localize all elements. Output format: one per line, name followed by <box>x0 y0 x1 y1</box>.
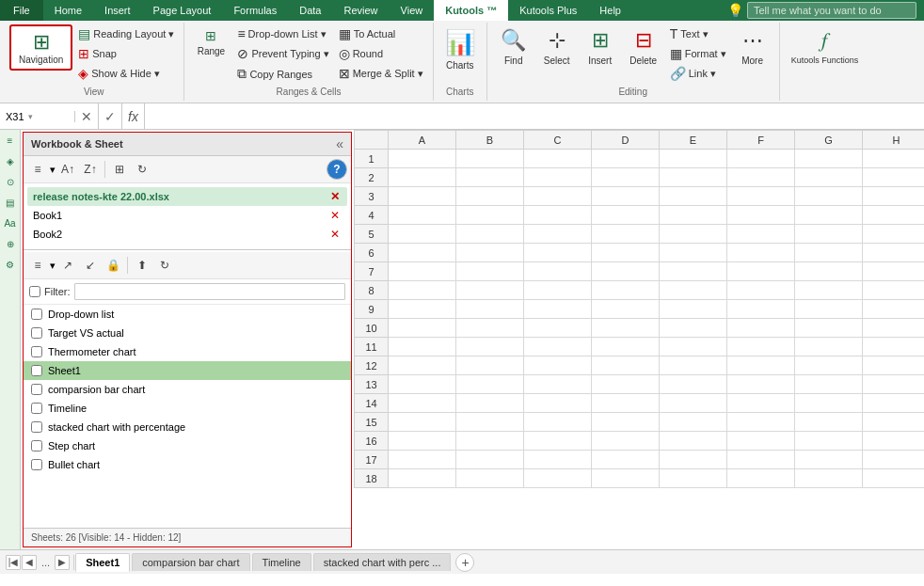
cell-12-0[interactable] <box>389 356 456 375</box>
sheet-tab-stacked[interactable]: stacked chart with perc ... <box>313 553 452 571</box>
cell-9-7[interactable] <box>863 300 925 319</box>
cell-18-2[interactable] <box>524 469 592 488</box>
text-btn[interactable]: T Text ▾ <box>666 24 730 43</box>
cell-1-2[interactable] <box>524 150 592 168</box>
left-icon-3[interactable]: ⊙ <box>2 173 19 190</box>
cell-14-6[interactable] <box>795 394 863 413</box>
cell-5-2[interactable] <box>524 225 592 244</box>
wb-menu-btn[interactable]: ≡ <box>27 159 48 180</box>
cell-3-2[interactable] <box>524 187 592 206</box>
left-icon-2[interactable]: ◈ <box>2 152 19 169</box>
cell-9-2[interactable] <box>524 300 592 319</box>
panel-close-btn[interactable]: « <box>336 136 343 151</box>
sheet-item-7[interactable]: Step chart <box>24 436 351 455</box>
cell-5-7[interactable] <box>863 225 925 244</box>
sheet-item-5[interactable]: Timeline <box>24 399 351 418</box>
sheet-item-2[interactable]: Thermometer chart <box>24 342 351 361</box>
cell-14-0[interactable] <box>389 394 456 413</box>
cell-2-1[interactable] <box>456 168 524 187</box>
cell-7-6[interactable] <box>795 262 863 281</box>
cell-1-4[interactable] <box>660 150 727 168</box>
cell-18-7[interactable] <box>863 469 925 488</box>
col-header-c[interactable]: C <box>524 131 592 150</box>
snap-btn[interactable]: ⊞ Snap <box>74 44 178 63</box>
cell-6-7[interactable] <box>863 244 925 262</box>
cell-8-2[interactable] <box>524 281 592 300</box>
cell-2-0[interactable] <box>389 168 456 187</box>
find-btn[interactable]: 🔍 Find <box>493 24 534 70</box>
cell-9-6[interactable] <box>795 300 863 319</box>
cell-5-5[interactable] <box>727 225 795 244</box>
cell-2-5[interactable] <box>727 168 795 187</box>
cell-18-6[interactable] <box>795 469 863 488</box>
cell-15-0[interactable] <box>389 413 456 432</box>
cell-12-6[interactable] <box>795 356 863 375</box>
cell-3-1[interactable] <box>456 187 524 206</box>
left-icon-5[interactable]: Aa <box>2 214 19 231</box>
cell-8-7[interactable] <box>863 281 925 300</box>
cell-4-0[interactable] <box>389 206 456 225</box>
cell-6-2[interactable] <box>524 244 592 262</box>
more-btn[interactable]: ⋯ More <box>732 24 773 70</box>
cell-1-5[interactable] <box>727 150 795 168</box>
col-header-a[interactable]: A <box>389 131 456 150</box>
cell-14-4[interactable] <box>660 394 727 413</box>
show-hide-btn[interactable]: ◈ Show & Hide ▾ <box>74 64 178 83</box>
cell-3-5[interactable] <box>727 187 795 206</box>
tab-formulas[interactable]: Formulas <box>222 0 288 21</box>
cell-16-6[interactable] <box>795 432 863 451</box>
filter-checkbox[interactable] <box>29 286 40 297</box>
cell-10-2[interactable] <box>524 319 592 338</box>
filter-input[interactable] <box>74 283 346 300</box>
cell-5-0[interactable] <box>389 225 456 244</box>
cell-17-6[interactable] <box>795 451 863 469</box>
cell-15-3[interactable] <box>592 413 660 432</box>
cell-15-7[interactable] <box>863 413 925 432</box>
cell-18-1[interactable] <box>456 469 524 488</box>
sheet-cb-7[interactable] <box>31 440 42 451</box>
format-btn[interactable]: ▦ Format ▾ <box>666 44 730 63</box>
sheet-item-4[interactable]: comparsion bar chart <box>24 380 351 399</box>
cell-2-2[interactable] <box>524 168 592 187</box>
cell-10-7[interactable] <box>863 319 925 338</box>
cell-7-1[interactable] <box>456 262 524 281</box>
col-header-g[interactable]: G <box>795 131 863 150</box>
cell-15-2[interactable] <box>524 413 592 432</box>
cell-14-5[interactable] <box>727 394 795 413</box>
sheet-item-6[interactable]: stacked chart with percentage <box>24 418 351 436</box>
cell-8-6[interactable] <box>795 281 863 300</box>
cell-7-2[interactable] <box>524 262 592 281</box>
cell-17-4[interactable] <box>660 451 727 469</box>
tab-home[interactable]: Home <box>43 0 93 21</box>
tab-review[interactable]: Review <box>332 0 389 21</box>
round-btn[interactable]: ◎ Round <box>335 44 427 63</box>
sheet-menu-btn[interactable]: ≡ <box>27 255 48 276</box>
cell-9-0[interactable] <box>389 300 456 319</box>
left-icon-7[interactable]: ⚙ <box>2 256 19 273</box>
kutools-functions-btn[interactable]: 𝑓 Kutools Functions <box>786 24 865 69</box>
cell-7-4[interactable] <box>660 262 727 281</box>
workbook-close-0[interactable]: ✕ <box>328 190 342 203</box>
cell-18-5[interactable] <box>727 469 795 488</box>
tab-kutools[interactable]: Kutools ™ <box>434 0 508 21</box>
cell-8-3[interactable] <box>592 281 660 300</box>
cell-10-4[interactable] <box>660 319 727 338</box>
cell-10-0[interactable] <box>389 319 456 338</box>
cell-4-3[interactable] <box>592 206 660 225</box>
sheet-tab-sheet1[interactable]: Sheet1 <box>75 553 130 572</box>
tab-kutools-plus[interactable]: Kutools Plus <box>508 0 588 21</box>
reading-layout-btn[interactable]: ▤ Reading Layout ▾ <box>74 24 178 43</box>
workbook-item-1[interactable]: Book1 ✕ <box>27 206 347 225</box>
cell-3-0[interactable] <box>389 187 456 206</box>
select-btn[interactable]: ⊹ Select <box>536 24 578 70</box>
cell-6-3[interactable] <box>592 244 660 262</box>
col-header-f[interactable]: F <box>727 131 795 150</box>
cell-10-6[interactable] <box>795 319 863 338</box>
wb-sort-az-btn[interactable]: A↑ <box>57 159 78 180</box>
sheet-item-3[interactable]: Sheet1 <box>24 361 351 380</box>
cell-5-6[interactable] <box>795 225 863 244</box>
cell-18-0[interactable] <box>389 469 456 488</box>
cell-13-4[interactable] <box>660 375 727 394</box>
cell-12-4[interactable] <box>660 356 727 375</box>
cell-4-5[interactable] <box>727 206 795 225</box>
